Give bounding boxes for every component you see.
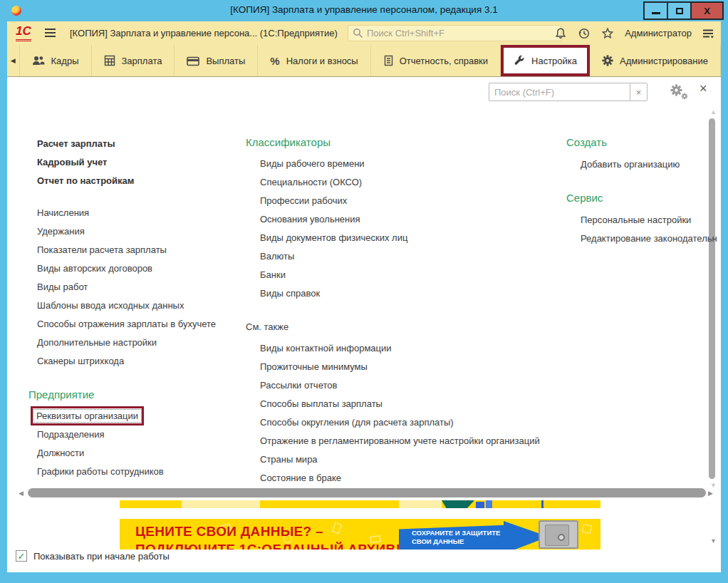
strip-shape	[182, 500, 260, 508]
checkbox[interactable]: ✓	[16, 550, 27, 562]
minimize-button[interactable]	[643, 1, 668, 20]
maximize-button[interactable]	[667, 1, 692, 20]
current-user[interactable]: Администратор	[625, 28, 692, 38]
menu-item[interactable]: Рассылки отчетов	[246, 376, 552, 395]
search-icon	[353, 28, 363, 38]
menu-item[interactable]: Сканеры штрихкода	[28, 352, 242, 371]
menu-item-highlighted[interactable]: Реквизиты организации	[31, 406, 242, 425]
maximize-icon	[676, 8, 683, 14]
menu-item[interactable]: Графики работы сотрудников	[28, 463, 242, 481]
tab-zarplata[interactable]: Зарплата	[92, 45, 175, 76]
tab-nastroyka[interactable]: Настройка	[501, 45, 590, 76]
menu-item[interactable]: Виды авторских договоров	[28, 259, 242, 278]
menu-item[interactable]: Должности	[28, 444, 242, 463]
menu-item-clipped[interactable]: Производственные календари	[28, 481, 242, 486]
menu-item[interactable]: Показатели расчета зарплаты	[28, 241, 242, 259]
tab-nalogi[interactable]: % Налоги и взносы	[258, 45, 370, 76]
menu-item[interactable]: Страны мира	[246, 450, 552, 469]
menu-item-featured[interactable]: Кадровый учет	[28, 153, 242, 172]
strip-shape	[476, 502, 484, 508]
menu-item[interactable]: Добавить организацию	[566, 155, 717, 174]
global-search[interactable]	[348, 25, 561, 41]
favorites-button[interactable]	[601, 27, 614, 40]
menu-item[interactable]: Валюты	[246, 247, 552, 266]
global-search-input[interactable]	[367, 28, 556, 38]
hamburger-icon	[44, 28, 56, 38]
minimize-icon	[652, 12, 660, 14]
vscroll-up-arrow[interactable]: ▲	[710, 108, 717, 115]
column-middle: Классификаторы Виды рабочего времениСпец…	[246, 133, 552, 487]
column-left: Расчет зарплатыКадровый учетОтчет по нас…	[28, 135, 242, 486]
main-menu-button[interactable]	[44, 28, 56, 41]
menu-item[interactable]: Отражение в регламентированном учете нас…	[246, 432, 552, 450]
menu-item[interactable]: Подразделения	[28, 425, 242, 444]
window-title: [КОПИЯ] Зарплата и управление персоналом…	[230, 4, 497, 15]
menu-item[interactable]: Редактирование законодательн	[566, 229, 717, 248]
notifications-button[interactable]	[554, 27, 567, 40]
panel-search-clear-button[interactable]: ×	[630, 83, 648, 101]
panel-search: ×	[489, 83, 648, 101]
people-icon	[32, 55, 45, 66]
menu-item-featured[interactable]: Расчет зарплаты	[28, 135, 242, 153]
ad-banner-cloud-archive[interactable]: ЦЕНИТЕ СВОИ ДАННЫЕ? – ПОДКЛЮЧИТЕ 1С:ОБЛА…	[120, 519, 600, 550]
menu-item[interactable]: Специальности (ОКСО)	[246, 173, 552, 192]
gears-icon	[670, 83, 689, 100]
section-header-classifiers: Классификаторы	[246, 133, 552, 152]
hscroll-thumb[interactable]	[28, 488, 706, 497]
menu-item[interactable]: Профессии рабочих	[246, 192, 552, 210]
menu-item[interactable]: Виды рабочего времени	[246, 155, 552, 173]
menu-item[interactable]: Начисления	[28, 204, 242, 222]
toolbar-app-title: [КОПИЯ] Зарплата и управление персона...…	[70, 28, 338, 38]
menu-item[interactable]: Виды справок	[246, 284, 552, 303]
tab-administrirovanie[interactable]: Администрирование	[590, 45, 721, 76]
menu-item[interactable]: Удержания	[28, 222, 242, 241]
wrench-icon	[514, 55, 525, 66]
menu-item[interactable]: Способы отражения зарплаты в бухучете	[28, 315, 242, 334]
checkbox-label: Показывать при начале работы	[33, 551, 170, 562]
section-header-create: Создать	[566, 133, 717, 152]
1c-logo: 1С	[16, 25, 31, 41]
strip-shape	[442, 500, 474, 508]
menu-item[interactable]: Дополнительные настройки	[28, 334, 242, 352]
menu-item[interactable]: Виды работ	[28, 278, 242, 296]
strip-shape	[399, 500, 442, 508]
menu-item[interactable]: Банки	[246, 266, 552, 284]
app-icon	[11, 6, 21, 16]
column-right: Создать Добавить организацию Сервис Перс…	[566, 133, 717, 248]
close-button[interactable]: X	[690, 1, 724, 20]
percent-icon: %	[270, 55, 279, 67]
hscroll-right-arrow[interactable]: ▶	[708, 490, 715, 497]
section-header-see-also: См. также	[246, 318, 552, 336]
hscroll-left-arrow[interactable]: ◀	[19, 490, 26, 497]
menu-item[interactable]: Виды контактной информации	[246, 339, 552, 358]
menu-item[interactable]: Прожиточные минимумы	[246, 358, 552, 376]
banner-headline: ЦЕНИТЕ СВОИ ДАННЫЕ? – ПОДКЛЮЧИТЕ 1С:ОБЛА…	[135, 522, 400, 550]
panel-close-button[interactable]: ×	[700, 82, 707, 95]
panel-search-input[interactable]	[489, 83, 630, 101]
history-button[interactable]	[578, 27, 591, 40]
tabbar-scroll-left[interactable]: ◀	[7, 45, 19, 76]
settings-panel: × × ▲ ▼ ▼ Расчет зарплатыКадровый учетОт…	[7, 76, 721, 572]
application-window: [КОПИЯ] Зарплата и управление персоналом…	[0, 0, 728, 583]
service-menu-button[interactable]	[702, 29, 714, 38]
menu-item[interactable]: Способы округления (для расчета зарплаты…	[246, 413, 552, 432]
show-on-start-checkbox-row[interactable]: ✓ Показывать при начале работы	[16, 550, 170, 562]
menu-item[interactable]: Шаблоны ввода исходных данных	[28, 296, 242, 315]
card-icon	[187, 56, 199, 66]
menu-item-featured[interactable]: Отчет по настройкам	[28, 172, 242, 190]
panel-settings-button[interactable]	[670, 83, 689, 103]
banner-strip-fragment[interactable]	[120, 500, 600, 508]
menu-item[interactable]: Основания увольнения	[246, 210, 552, 229]
strip-shape	[486, 500, 492, 508]
menu-item[interactable]: Состояние в браке	[246, 469, 552, 487]
tab-vyplaty[interactable]: Выплаты	[175, 45, 258, 76]
menu-item[interactable]: Персональные настройки	[566, 211, 717, 229]
doodle-icon	[582, 524, 592, 534]
startpage-scroll-down-arrow[interactable]: ▼	[710, 537, 717, 545]
star-icon	[601, 27, 614, 40]
tab-kadry[interactable]: Кадры	[19, 45, 92, 76]
tab-otchetnost[interactable]: Отчетность, справки	[371, 45, 501, 76]
menu-item[interactable]: Способы выплаты зарплаты	[246, 395, 552, 413]
menu-item[interactable]: Виды документов физических лиц	[246, 229, 552, 247]
banner-arrow: СОХРАНИТЕ И ЗАЩИТИТЕ СВОИ ДАННЫЕ	[399, 521, 548, 550]
